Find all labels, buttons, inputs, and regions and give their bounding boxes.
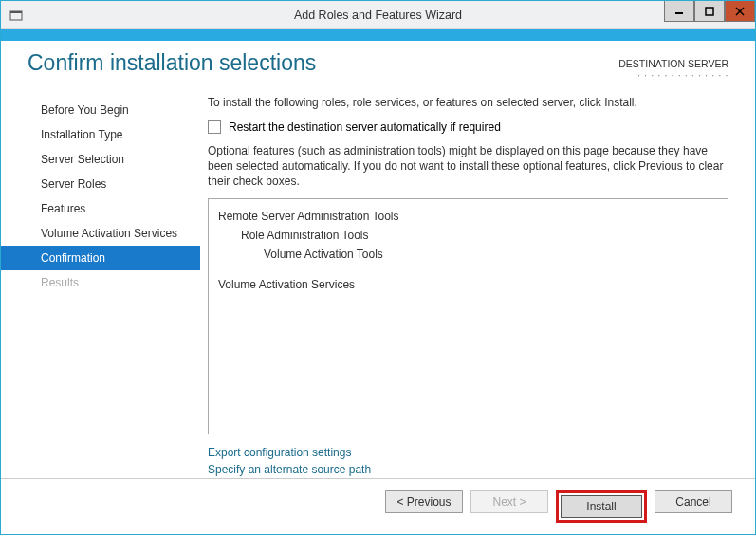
destination-info: DESTINATION SERVER · · · · · · · · · · ·… [618, 50, 728, 81]
page-heading: Confirm installation selections [28, 50, 618, 76]
restart-checkbox[interactable] [208, 120, 221, 134]
restart-checkbox-row[interactable]: Restart the destination server automatic… [208, 120, 728, 134]
wizard-buttons: < Previous Next > Install Cancel [1, 478, 755, 534]
step-confirmation[interactable]: Confirmation [1, 246, 200, 270]
step-server-selection[interactable]: Server Selection [1, 147, 200, 172]
alt-source-link[interactable]: Specify an alternate source path [208, 461, 728, 478]
restart-checkbox-label: Restart the destination server automatic… [229, 120, 501, 134]
install-highlight: Install [556, 490, 647, 523]
step-installation-type[interactable]: Installation Type [1, 122, 200, 147]
maximize-button[interactable] [694, 1, 725, 22]
selections-tree: Remote Server Administration Tools Role … [208, 198, 728, 434]
svg-rect-3 [706, 8, 713, 15]
window-controls [664, 1, 755, 22]
main-panel: To install the following roles, role ser… [200, 90, 747, 478]
next-button: Next > [470, 490, 548, 513]
step-volume-activation-services[interactable]: Volume Activation Services [1, 221, 200, 246]
install-button[interactable]: Install [561, 495, 642, 518]
title-bar: Add Roles and Features Wizard [1, 1, 755, 29]
svg-rect-1 [10, 11, 22, 13]
destination-label: DESTINATION SERVER [618, 58, 728, 69]
step-before-you-begin[interactable]: Before You Begin [1, 98, 200, 122]
destination-server: · · · · · · · · · · · · · · [618, 69, 728, 81]
minimize-button[interactable] [664, 1, 694, 22]
tree-node: Volume Activation Services [218, 275, 718, 294]
step-features[interactable]: Features [1, 196, 200, 221]
step-server-roles[interactable]: Server Roles [1, 172, 200, 196]
tree-node: Remote Server Administration Tools [218, 207, 718, 226]
app-icon [9, 8, 24, 23]
wizard-sidebar: Before You Begin Installation Type Serve… [1, 90, 200, 478]
close-button[interactable] [725, 1, 755, 22]
intro-text: To install the following roles, role ser… [208, 96, 728, 109]
step-results: Results [1, 270, 200, 295]
previous-button[interactable]: < Previous [385, 490, 463, 513]
tree-node: Volume Activation Tools [218, 245, 718, 264]
cancel-button[interactable]: Cancel [655, 490, 732, 513]
window-title: Add Roles and Features Wizard [1, 9, 755, 22]
tree-node: Role Administration Tools [218, 226, 718, 245]
optional-note: Optional features (such as administratio… [208, 143, 728, 189]
bottom-links: Export configuration settings Specify an… [208, 444, 728, 478]
export-config-link[interactable]: Export configuration settings [208, 444, 728, 461]
accent-bar [1, 29, 755, 41]
